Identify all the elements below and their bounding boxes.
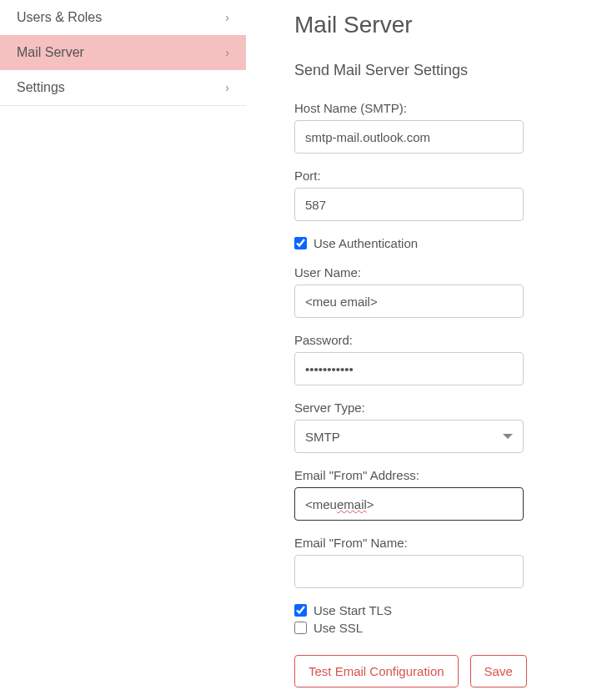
password-label: Password: bbox=[294, 333, 577, 347]
from-name-input[interactable] bbox=[294, 555, 524, 588]
save-button[interactable]: Save bbox=[470, 655, 527, 687]
from-address-label: Email "From" Address: bbox=[294, 468, 577, 482]
server-type-select[interactable]: SMTP bbox=[294, 420, 524, 453]
user-name-input[interactable] bbox=[294, 285, 524, 318]
use-authentication-checkbox[interactable] bbox=[294, 237, 307, 249]
use-authentication-label: Use Authentication bbox=[314, 236, 418, 250]
chevron-right-icon: › bbox=[225, 46, 229, 59]
use-ssl-label: Use SSL bbox=[314, 621, 363, 635]
host-name-label: Host Name (SMTP): bbox=[294, 101, 577, 115]
port-label: Port: bbox=[294, 169, 577, 183]
caret-down-icon bbox=[503, 434, 513, 439]
server-type-value: SMTP bbox=[305, 430, 340, 444]
sidebar-item-settings[interactable]: Settings › bbox=[0, 70, 246, 105]
server-type-label: Server Type: bbox=[294, 400, 577, 415]
user-name-label: User Name: bbox=[294, 265, 577, 279]
page-title: Mail Server bbox=[294, 12, 577, 38]
use-starttls-checkbox[interactable] bbox=[294, 604, 307, 617]
test-email-button[interactable]: Test Email Configuration bbox=[294, 655, 459, 687]
sidebar-item-mail-server[interactable]: Mail Server › bbox=[0, 35, 246, 70]
sidebar-item-label: Users & Roles bbox=[17, 10, 102, 25]
port-input[interactable] bbox=[294, 188, 524, 221]
sidebar-item-users-roles[interactable]: Users & Roles › bbox=[0, 0, 246, 35]
sidebar-item-label: Mail Server bbox=[17, 45, 84, 60]
password-input[interactable] bbox=[294, 352, 524, 385]
sidebar-item-label: Settings bbox=[17, 80, 65, 95]
from-name-label: Email "From" Name: bbox=[294, 536, 577, 550]
from-address-input[interactable]: <meu email> bbox=[294, 487, 524, 521]
chevron-right-icon: › bbox=[225, 11, 229, 24]
chevron-right-icon: › bbox=[225, 81, 229, 94]
use-ssl-checkbox[interactable] bbox=[294, 622, 307, 634]
main-content: Mail Server Send Mail Server Settings Ho… bbox=[246, 0, 602, 700]
page-subtitle: Send Mail Server Settings bbox=[294, 62, 577, 79]
host-name-input[interactable] bbox=[294, 120, 524, 154]
sidebar: Users & Roles › Mail Server › Settings › bbox=[0, 0, 246, 106]
use-starttls-label: Use Start TLS bbox=[314, 603, 392, 617]
